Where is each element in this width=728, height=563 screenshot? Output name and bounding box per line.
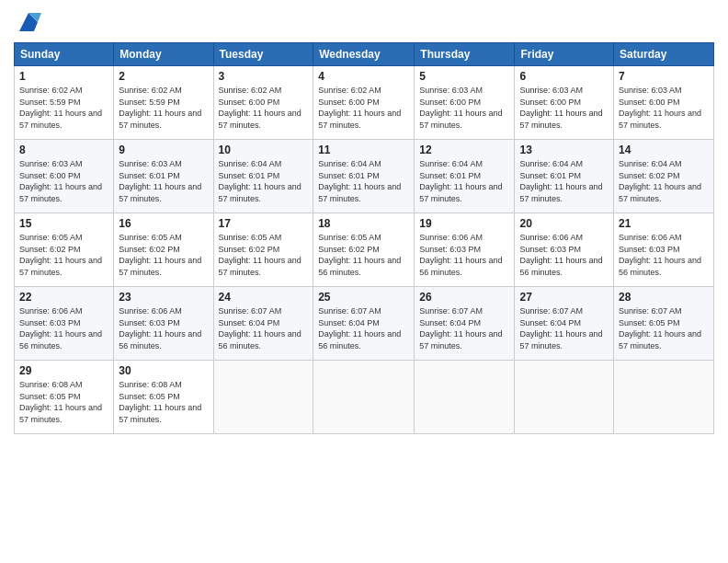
day-number: 10 (219, 144, 309, 156)
calendar-cell (313, 361, 415, 434)
day-info: Sunrise: 6:08 AM Sunset: 6:05 PM Dayligh… (19, 379, 108, 425)
day-number: 7 (619, 70, 709, 83)
day-info: Sunrise: 6:03 AM Sunset: 6:01 PM Dayligh… (119, 158, 208, 204)
calendar-cell: 6 Sunrise: 6:03 AM Sunset: 6:00 PM Dayli… (515, 66, 614, 140)
day-info: Sunrise: 6:06 AM Sunset: 6:03 PM Dayligh… (19, 305, 108, 351)
day-number: 2 (119, 70, 208, 83)
day-number: 24 (219, 291, 309, 304)
day-number: 8 (19, 144, 108, 156)
weekday-header-sunday: Sunday (15, 43, 114, 66)
logo (14, 9, 41, 35)
day-number: 25 (318, 291, 409, 304)
day-info: Sunrise: 6:04 AM Sunset: 6:01 PM Dayligh… (419, 158, 509, 204)
day-number: 29 (19, 364, 108, 377)
day-number: 30 (119, 364, 208, 377)
weekday-header-tuesday: Tuesday (213, 43, 313, 66)
day-number: 21 (619, 217, 709, 230)
day-info: Sunrise: 6:05 AM Sunset: 6:02 PM Dayligh… (219, 232, 309, 278)
calendar-cell: 7 Sunrise: 6:03 AM Sunset: 6:00 PM Dayli… (614, 66, 714, 140)
day-number: 13 (519, 144, 609, 156)
calendar-cell (415, 361, 515, 434)
day-number: 15 (19, 217, 108, 230)
weekday-header-saturday: Saturday (614, 43, 714, 66)
day-number: 12 (419, 144, 509, 156)
day-info: Sunrise: 6:07 AM Sunset: 6:04 PM Dayligh… (519, 305, 609, 351)
day-number: 22 (19, 291, 108, 304)
weekday-header-row: SundayMondayTuesdayWednesdayThursdayFrid… (15, 43, 714, 66)
day-info: Sunrise: 6:06 AM Sunset: 6:03 PM Dayligh… (419, 232, 509, 278)
calendar-cell: 27 Sunrise: 6:07 AM Sunset: 6:04 PM Dayl… (515, 287, 614, 361)
calendar-cell: 2 Sunrise: 6:02 AM Sunset: 5:59 PM Dayli… (114, 66, 213, 140)
calendar-cell: 11 Sunrise: 6:04 AM Sunset: 6:01 PM Dayl… (313, 140, 415, 213)
day-number: 4 (318, 70, 409, 83)
logo-icon (16, 9, 41, 35)
day-number: 17 (219, 217, 309, 230)
calendar-cell (213, 361, 313, 434)
calendar-cell: 18 Sunrise: 6:05 AM Sunset: 6:02 PM Dayl… (313, 213, 415, 287)
day-info: Sunrise: 6:03 AM Sunset: 6:00 PM Dayligh… (19, 158, 108, 204)
day-info: Sunrise: 6:03 AM Sunset: 6:00 PM Dayligh… (519, 85, 609, 131)
page: SundayMondayTuesdayWednesdayThursdayFrid… (0, 0, 728, 563)
calendar-cell: 12 Sunrise: 6:04 AM Sunset: 6:01 PM Dayl… (415, 140, 515, 213)
day-number: 18 (318, 217, 409, 230)
calendar-week-row: 22 Sunrise: 6:06 AM Sunset: 6:03 PM Dayl… (15, 287, 714, 361)
day-info: Sunrise: 6:02 AM Sunset: 6:00 PM Dayligh… (318, 85, 409, 131)
calendar-cell: 19 Sunrise: 6:06 AM Sunset: 6:03 PM Dayl… (415, 213, 515, 287)
calendar-cell: 28 Sunrise: 6:07 AM Sunset: 6:05 PM Dayl… (614, 287, 714, 361)
day-info: Sunrise: 6:03 AM Sunset: 6:00 PM Dayligh… (619, 85, 709, 131)
calendar-week-row: 15 Sunrise: 6:05 AM Sunset: 6:02 PM Dayl… (15, 213, 714, 287)
day-info: Sunrise: 6:07 AM Sunset: 6:04 PM Dayligh… (219, 305, 309, 351)
calendar-cell (614, 361, 714, 434)
day-number: 3 (219, 70, 309, 83)
day-number: 9 (119, 144, 208, 156)
day-info: Sunrise: 6:06 AM Sunset: 6:03 PM Dayligh… (619, 232, 709, 278)
day-info: Sunrise: 6:06 AM Sunset: 6:03 PM Dayligh… (519, 232, 609, 278)
day-info: Sunrise: 6:04 AM Sunset: 6:02 PM Dayligh… (619, 158, 709, 204)
day-info: Sunrise: 6:05 AM Sunset: 6:02 PM Dayligh… (318, 232, 409, 278)
day-number: 14 (619, 144, 709, 156)
day-info: Sunrise: 6:02 AM Sunset: 6:00 PM Dayligh… (219, 85, 309, 131)
day-info: Sunrise: 6:07 AM Sunset: 6:04 PM Dayligh… (419, 305, 509, 351)
calendar-cell: 8 Sunrise: 6:03 AM Sunset: 6:00 PM Dayli… (15, 140, 114, 213)
day-number: 23 (119, 291, 208, 304)
day-number: 27 (519, 291, 609, 304)
calendar-week-row: 8 Sunrise: 6:03 AM Sunset: 6:00 PM Dayli… (15, 140, 714, 213)
calendar-cell: 16 Sunrise: 6:05 AM Sunset: 6:02 PM Dayl… (114, 213, 213, 287)
day-info: Sunrise: 6:07 AM Sunset: 6:04 PM Dayligh… (318, 305, 409, 351)
day-number: 20 (519, 217, 609, 230)
day-info: Sunrise: 6:05 AM Sunset: 6:02 PM Dayligh… (19, 232, 108, 278)
day-info: Sunrise: 6:04 AM Sunset: 6:01 PM Dayligh… (318, 158, 409, 204)
header (14, 9, 714, 35)
calendar-cell: 3 Sunrise: 6:02 AM Sunset: 6:00 PM Dayli… (213, 66, 313, 140)
day-info: Sunrise: 6:04 AM Sunset: 6:01 PM Dayligh… (519, 158, 609, 204)
day-number: 28 (619, 291, 709, 304)
day-number: 1 (19, 70, 108, 83)
calendar-cell: 1 Sunrise: 6:02 AM Sunset: 5:59 PM Dayli… (15, 66, 114, 140)
calendar-cell: 10 Sunrise: 6:04 AM Sunset: 6:01 PM Dayl… (213, 140, 313, 213)
day-number: 19 (419, 217, 509, 230)
calendar-cell: 24 Sunrise: 6:07 AM Sunset: 6:04 PM Dayl… (213, 287, 313, 361)
calendar-cell: 21 Sunrise: 6:06 AM Sunset: 6:03 PM Dayl… (614, 213, 714, 287)
calendar-table: SundayMondayTuesdayWednesdayThursdayFrid… (14, 42, 714, 434)
calendar-cell: 5 Sunrise: 6:03 AM Sunset: 6:00 PM Dayli… (415, 66, 515, 140)
calendar-cell: 13 Sunrise: 6:04 AM Sunset: 6:01 PM Dayl… (515, 140, 614, 213)
calendar-week-row: 29 Sunrise: 6:08 AM Sunset: 6:05 PM Dayl… (15, 361, 714, 434)
calendar-cell: 25 Sunrise: 6:07 AM Sunset: 6:04 PM Dayl… (313, 287, 415, 361)
day-number: 16 (119, 217, 208, 230)
day-info: Sunrise: 6:04 AM Sunset: 6:01 PM Dayligh… (219, 158, 309, 204)
weekday-header-monday: Monday (114, 43, 213, 66)
calendar-week-row: 1 Sunrise: 6:02 AM Sunset: 5:59 PM Dayli… (15, 66, 714, 140)
calendar-cell: 15 Sunrise: 6:05 AM Sunset: 6:02 PM Dayl… (15, 213, 114, 287)
day-info: Sunrise: 6:08 AM Sunset: 6:05 PM Dayligh… (119, 379, 208, 425)
calendar-cell: 26 Sunrise: 6:07 AM Sunset: 6:04 PM Dayl… (415, 287, 515, 361)
calendar-cell: 17 Sunrise: 6:05 AM Sunset: 6:02 PM Dayl… (213, 213, 313, 287)
calendar-cell: 23 Sunrise: 6:06 AM Sunset: 6:03 PM Dayl… (114, 287, 213, 361)
calendar-cell: 29 Sunrise: 6:08 AM Sunset: 6:05 PM Dayl… (15, 361, 114, 434)
weekday-header-friday: Friday (515, 43, 614, 66)
day-number: 5 (419, 70, 509, 83)
weekday-header-thursday: Thursday (415, 43, 515, 66)
calendar-cell: 22 Sunrise: 6:06 AM Sunset: 6:03 PM Dayl… (15, 287, 114, 361)
calendar-cell: 14 Sunrise: 6:04 AM Sunset: 6:02 PM Dayl… (614, 140, 714, 213)
weekday-header-wednesday: Wednesday (313, 43, 415, 66)
calendar-cell: 20 Sunrise: 6:06 AM Sunset: 6:03 PM Dayl… (515, 213, 614, 287)
